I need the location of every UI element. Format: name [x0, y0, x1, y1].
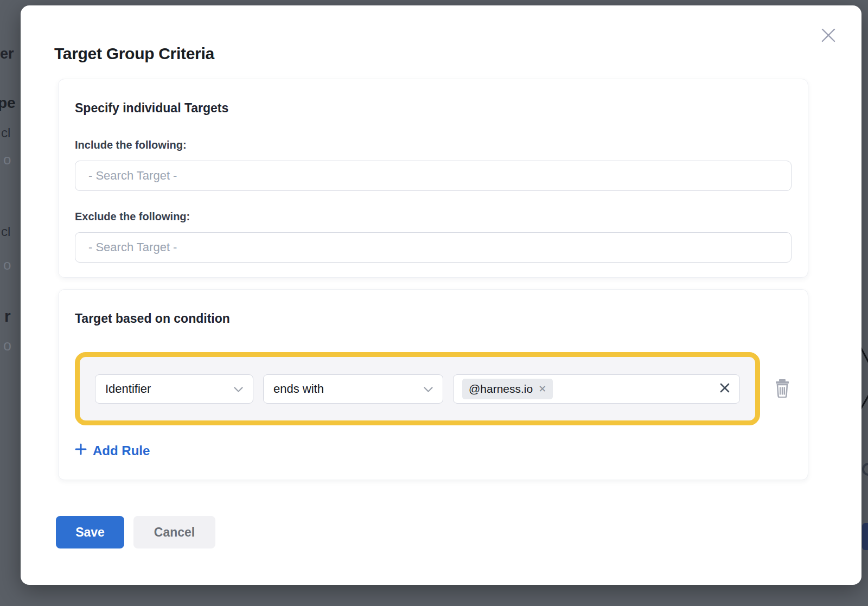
bg-text-fragment: o: [3, 337, 11, 354]
operator-dropdown-value: ends with: [273, 382, 324, 396]
bg-line-decoration: [861, 387, 868, 410]
plus-icon: [75, 443, 87, 458]
remove-chip-icon[interactable]: ✕: [538, 384, 546, 394]
attribute-dropdown[interactable]: Identifier: [95, 374, 253, 404]
condition-heading: Target based on condition: [75, 311, 792, 326]
clear-values-button[interactable]: [719, 382, 731, 396]
chevron-down-icon: [424, 382, 433, 396]
add-rule-label: Add Rule: [93, 443, 150, 458]
rule-line: Identifier ends with: [75, 352, 792, 425]
close-button[interactable]: [819, 27, 838, 46]
value-chip: @harness.io ✕: [462, 379, 553, 399]
bg-line-decoration: [861, 347, 868, 370]
include-target-search-input[interactable]: [75, 161, 792, 191]
dimmed-background-right: [861, 0, 868, 606]
dimmed-background-left: er pe cl o cl o r o: [0, 0, 21, 606]
individual-targets-heading: Specify individual Targets: [75, 101, 792, 116]
individual-targets-card: Specify individual Targets Include the f…: [58, 79, 808, 278]
bg-text-fragment: cl: [1, 224, 10, 239]
include-label: Include the following:: [75, 139, 792, 151]
trash-icon: [774, 378, 791, 400]
values-tag-input[interactable]: @harness.io ✕: [453, 374, 740, 404]
modal-footer: Save Cancel: [56, 516, 215, 548]
clear-icon: [719, 382, 731, 396]
exclude-label: Exclude the following:: [75, 210, 792, 223]
condition-card: Target based on condition Identifier end…: [58, 289, 808, 480]
bg-text-fragment: r: [4, 307, 11, 326]
close-icon: [820, 27, 837, 46]
exclude-target-search-input[interactable]: [75, 232, 792, 263]
save-button[interactable]: Save: [56, 516, 124, 548]
bg-text-fragment: pe: [0, 94, 16, 112]
delete-rule-button[interactable]: [773, 378, 792, 400]
bg-button-edge-decoration: [862, 523, 868, 550]
condition-rule-row: Identifier ends with: [75, 352, 760, 425]
cancel-button[interactable]: Cancel: [133, 516, 215, 548]
target-group-criteria-modal: Target Group Criteria Specify individual…: [21, 5, 861, 585]
chevron-down-icon: [234, 382, 243, 396]
bg-text-fragment: er: [0, 46, 14, 62]
bg-text-fragment: o: [3, 257, 11, 273]
attribute-dropdown-value: Identifier: [105, 382, 151, 396]
modal-title: Target Group Criteria: [54, 44, 214, 63]
bg-circle-decoration: [862, 463, 868, 476]
value-chip-label: @harness.io: [469, 382, 533, 396]
operator-dropdown[interactable]: ends with: [263, 374, 443, 404]
add-rule-button[interactable]: Add Rule: [75, 443, 150, 458]
bg-text-fragment: o: [3, 151, 11, 168]
bg-text-fragment: cl: [1, 125, 10, 141]
